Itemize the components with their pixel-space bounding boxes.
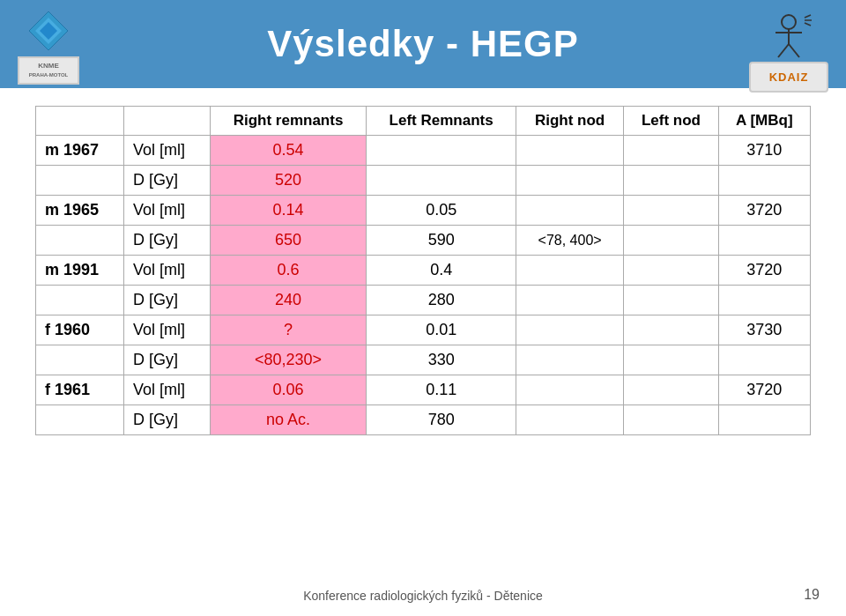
table-cell: 240 [210,286,367,315]
header-bar: KNMEPRAHA·MOTOL Výsledky - HEGP KDAIZ [0,0,846,88]
table-cell [36,226,124,256]
robot-icon [762,13,815,62]
table-cell [718,286,810,315]
table-cell [516,315,623,345]
table-cell: ? [210,315,367,345]
svg-line-10 [805,23,811,26]
table-cell [718,226,810,256]
table-cell: D [Gy] [124,405,211,435]
table-cell [718,166,810,196]
table-cell: 780 [367,405,516,435]
table-cell [516,166,623,196]
table-cell [367,166,516,196]
table-cell [516,256,623,286]
table-row: D [Gy]240280 [36,286,811,315]
table-cell: 0.6 [210,256,367,286]
table-cell: D [Gy] [124,226,211,256]
table-cell: 0.4 [367,256,516,286]
svg-line-6 [778,44,789,57]
table-cell [624,256,718,286]
table-cell [36,286,124,315]
table-cell: 0.11 [367,375,516,405]
table-cell: 3720 [718,256,810,286]
table-cell: 0.01 [367,315,516,345]
knme-logo: KNMEPRAHA·MOTOL [18,56,79,85]
col-header-empty2 [124,107,211,136]
table-cell: Vol [ml] [124,315,211,345]
table-row: m 1965Vol [ml]0.140.053720 [36,196,811,226]
table-cell [624,226,718,256]
page-title: Výsledky - HEGP [267,23,578,65]
table-cell [624,136,718,166]
table-cell: D [Gy] [124,345,211,375]
table-cell: 3720 [718,196,810,226]
col-header-a-mbq: A [MBq] [718,107,810,136]
table-cell [516,136,623,166]
table-row: D [Gy]650590<78, 400> [36,226,811,256]
table-cell: 3710 [718,136,810,166]
table-row: D [Gy]520 [36,166,811,196]
table-cell [516,405,623,435]
table-cell: 650 [210,226,367,256]
diamond-icon [26,9,70,53]
table-cell: m 1991 [36,256,124,286]
table-cell: 280 [367,286,516,315]
svg-line-8 [805,15,811,18]
logo-right-group: KDAIZ [749,13,828,93]
table-cell: m 1967 [36,136,124,166]
table-cell: 590 [367,226,516,256]
table-cell: m 1965 [36,196,124,226]
table-row: m 1991Vol [ml]0.60.43720 [36,256,811,286]
results-table: Right remnants Left Remnants Right nod L… [35,106,811,435]
footer-text: Konference radiologických fyziků - Děten… [303,589,543,603]
table-cell: D [Gy] [124,166,211,196]
table-cell [36,345,124,375]
table-cell [718,345,810,375]
table-cell: Vol [ml] [124,196,211,226]
col-header-right-nod: Right nod [516,107,623,136]
table-cell [624,196,718,226]
table-cell [516,286,623,315]
table-cell: 3730 [718,315,810,345]
table-cell: 330 [367,345,516,375]
table-cell: f 1960 [36,315,124,345]
table-cell: 0.54 [210,136,367,166]
col-header-left-remnants: Left Remnants [367,107,516,136]
table-cell: 3720 [718,375,810,405]
col-header-left-nod: Left nod [624,107,718,136]
table-cell: D [Gy] [124,286,211,315]
table-cell: <78, 400> [516,226,623,256]
table-cell [36,405,124,435]
footer-page: 19 [804,587,820,603]
table-cell: no Ac. [210,405,367,435]
table-row: f 1961Vol [ml]0.060.113720 [36,375,811,405]
table-cell: Vol [ml] [124,375,211,405]
svg-line-7 [789,44,799,57]
table-cell [624,375,718,405]
table-row: D [Gy]no Ac.780 [36,405,811,435]
table-cell: f 1961 [36,375,124,405]
table-cell [36,166,124,196]
main-content: Right remnants Left Remnants Right nod L… [0,106,846,435]
table-cell [367,136,516,166]
svg-point-3 [782,15,796,29]
table-cell: <80,230> [210,345,367,375]
table-cell [624,315,718,345]
table-cell [624,405,718,435]
table-cell [516,375,623,405]
table-cell [624,286,718,315]
table-row: f 1960Vol [ml]?0.013730 [36,315,811,345]
logo-left-group: KNMEPRAHA·MOTOL [18,9,79,85]
table-row: m 1967Vol [ml]0.543710 [36,136,811,166]
footer: Konference radiologických fyziků - Děten… [0,589,846,603]
table-row: D [Gy]<80,230>330 [36,345,811,375]
table-cell: 0.05 [367,196,516,226]
table-cell [516,196,623,226]
table-cell [624,345,718,375]
table-cell: Vol [ml] [124,256,211,286]
table-cell [516,345,623,375]
table-cell: 0.06 [210,375,367,405]
table-header-row: Right remnants Left Remnants Right nod L… [36,107,811,136]
kdaiz-logo: KDAIZ [749,62,828,93]
col-header-right-remnants: Right remnants [210,107,367,136]
